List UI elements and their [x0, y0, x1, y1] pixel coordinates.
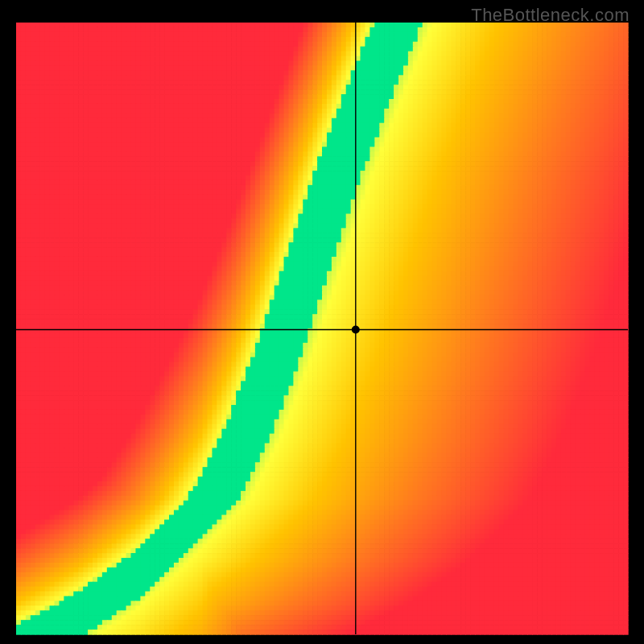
bottleneck-heatmap [0, 0, 644, 644]
watermark-label: TheBottleneck.com [471, 5, 630, 26]
chart-container: TheBottleneck.com [0, 0, 644, 644]
